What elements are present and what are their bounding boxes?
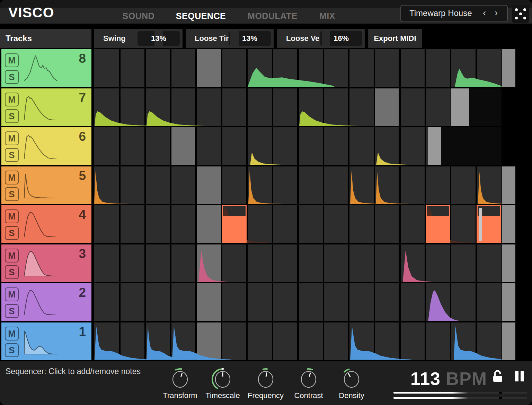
track-header-5[interactable]: MS5: [1, 166, 91, 204]
solo-button[interactable]: S: [5, 187, 19, 201]
param-loose-time[interactable]: Loose Time13%: [186, 29, 274, 48]
step-cell-r6-c3[interactable]: [146, 127, 170, 165]
step-cell-r3-c7[interactable]: [248, 244, 272, 282]
step-cell-r1-c14[interactable]: [426, 322, 450, 360]
step-cell-r2-c16[interactable]: [477, 283, 502, 321]
step-cell-r1-c10[interactable]: [324, 322, 348, 360]
step-cell-r6-c11[interactable]: [349, 127, 374, 165]
preset-prev-icon[interactable]: ‹: [483, 8, 486, 18]
step-cell-r8-c11[interactable]: [349, 49, 374, 87]
step-cell-r4-c2[interactable]: [121, 205, 145, 243]
step-cell-r8-c3[interactable]: [146, 49, 170, 87]
step-cell-r7-c6[interactable]: [222, 88, 247, 126]
step-cell-r2-c2[interactable]: [121, 283, 145, 321]
knob-frequency[interactable]: [255, 365, 277, 391]
step-cell-r4-c5[interactable]: [197, 205, 221, 243]
step-zone[interactable]: [94, 88, 502, 126]
step-zone[interactable]: [94, 244, 502, 282]
step-cell-r5-c3[interactable]: [146, 166, 170, 204]
step-cell-r6-c6[interactable]: [222, 127, 247, 165]
mute-button[interactable]: M: [5, 327, 19, 341]
step-cell-r5-c9[interactable]: [299, 166, 323, 204]
knob-contrast[interactable]: [298, 365, 320, 391]
step-cell-r2-c13[interactable]: [401, 283, 425, 321]
track-header-3[interactable]: MS3: [1, 244, 91, 282]
solo-button[interactable]: S: [5, 148, 19, 162]
step-cell-r2-c12[interactable]: [375, 283, 399, 321]
step-cell-r3-c1[interactable]: [94, 244, 119, 282]
step-cell-r2-c11[interactable]: [349, 283, 374, 321]
step-cell-r2-c6[interactable]: [222, 283, 247, 321]
step-cell-r2-c9[interactable]: [299, 283, 323, 321]
step-cell-r3-c16[interactable]: [477, 244, 502, 282]
step-cell-r3-c8[interactable]: [273, 244, 297, 282]
step-cell-r3-c11[interactable]: [349, 244, 374, 282]
step-cell-r7-c8[interactable]: [273, 88, 297, 126]
track-header-4[interactable]: MS4: [1, 205, 91, 243]
tab-sequence[interactable]: SEQUENCE: [176, 9, 226, 23]
step-cell-r3-c2[interactable]: [121, 244, 145, 282]
step-cell-r5-c4[interactable]: [171, 166, 195, 204]
step-cell-r4-c8[interactable]: [273, 205, 297, 243]
step-zone[interactable]: [94, 283, 502, 321]
param-value-box[interactable]: 16%: [320, 31, 362, 46]
tab-sound[interactable]: SOUND: [123, 9, 155, 23]
step-cell-r2-c10[interactable]: [324, 283, 348, 321]
step-cell-r2-c3[interactable]: [146, 283, 170, 321]
unlock-icon[interactable]: [492, 370, 504, 384]
step-cell-r6-c9[interactable]: [299, 127, 323, 165]
step-cell-r6-c1[interactable]: [94, 127, 119, 165]
step-cell-r4-c3[interactable]: [146, 205, 170, 243]
tab-modulate[interactable]: MODULATE: [248, 9, 298, 23]
step-zone[interactable]: [94, 49, 502, 87]
param-swing[interactable]: Swing13%: [94, 29, 183, 48]
mute-button[interactable]: M: [5, 249, 19, 262]
step-cell-r2-c1[interactable]: [94, 283, 119, 321]
step-cell-r2-c5[interactable]: [197, 283, 221, 321]
step-cell-r4-c4[interactable]: [171, 205, 195, 243]
preset-next-icon[interactable]: ›: [495, 8, 498, 18]
step-cell-r4-c9[interactable]: [299, 205, 323, 243]
selected-step-cell[interactable]: [477, 205, 502, 243]
track-header-6[interactable]: MS6: [1, 127, 91, 165]
step-cell-r6-c4[interactable]: [171, 127, 195, 165]
step-zone[interactable]: [94, 322, 502, 360]
step-cell-r3-c10[interactable]: [324, 244, 348, 282]
step-cell-r4-c1[interactable]: [94, 205, 119, 243]
mute-button[interactable]: M: [5, 171, 19, 184]
step-cell-r4-c13[interactable]: [401, 205, 425, 243]
param-loose-velo[interactable]: Loose Velo16%: [277, 29, 365, 48]
knob-density[interactable]: [340, 365, 363, 391]
step-cell-r6-c10[interactable]: [324, 127, 348, 165]
knob-timescale[interactable]: [212, 365, 234, 391]
export-midi-button[interactable]: Export MIDI: [368, 29, 422, 48]
step-zone[interactable]: [94, 166, 502, 204]
step-cell-r7-c7[interactable]: [248, 88, 272, 126]
mute-button[interactable]: M: [5, 131, 19, 145]
track-header-1[interactable]: MS1: [1, 322, 91, 360]
tab-mix[interactable]: MIX: [319, 9, 335, 23]
step-cell-r6-c5[interactable]: [197, 127, 221, 165]
pause-icon[interactable]: [521, 371, 524, 381]
step-cell-r4-c12[interactable]: [375, 205, 399, 243]
mute-button[interactable]: M: [5, 53, 19, 67]
step-cell-r5-c10[interactable]: [324, 166, 348, 204]
solo-button[interactable]: S: [5, 226, 19, 240]
step-cell-r3-c15[interactable]: [451, 244, 476, 282]
track-header-8[interactable]: MS8: [1, 49, 91, 87]
step-cell-r7-c13[interactable]: [401, 88, 425, 126]
mute-button[interactable]: M: [5, 287, 19, 301]
step-cell-r1-c9[interactable]: [299, 322, 323, 360]
solo-button[interactable]: S: [5, 70, 19, 84]
track-header-2[interactable]: MS2: [1, 283, 91, 321]
step-cell-r3-c4[interactable]: [171, 244, 195, 282]
step-cell-r8-c14[interactable]: [426, 49, 450, 87]
step-cell-r5-c6[interactable]: [222, 166, 247, 204]
step-cell-r5-c5[interactable]: [197, 166, 221, 204]
bpm-display[interactable]: 113 BPM: [391, 368, 487, 389]
step-cell-r8-c12[interactable]: [375, 49, 399, 87]
selected-step-cell[interactable]: [426, 205, 451, 243]
step-zone[interactable]: [94, 127, 502, 165]
step-cell-r8-c4[interactable]: [171, 49, 195, 87]
bpm-value[interactable]: 113: [410, 369, 441, 389]
